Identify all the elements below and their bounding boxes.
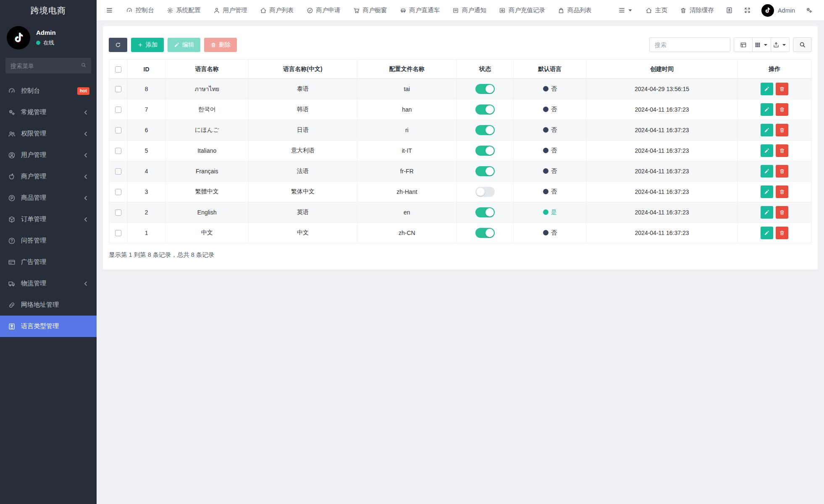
row-checkbox[interactable] <box>115 107 121 113</box>
table-body: 8ภาษาไทย泰语tai否2024-04-29 13:56:157한국어韩语h… <box>109 79 812 243</box>
status-toggle[interactable] <box>475 84 495 94</box>
translate-button[interactable] <box>720 0 738 21</box>
user-menu[interactable]: Admin <box>756 0 800 21</box>
status-toggle[interactable] <box>475 146 495 156</box>
status-toggle[interactable] <box>475 207 495 217</box>
menu-search-input[interactable] <box>5 58 91 73</box>
delete-button[interactable] <box>776 83 788 95</box>
sidebar-item[interactable]: 权限管理 <box>0 123 97 144</box>
columns-button[interactable] <box>752 37 771 52</box>
row-checkbox[interactable] <box>115 168 121 175</box>
chevron-left-icon <box>82 130 89 138</box>
sidebar-item[interactable]: 控制台hot <box>0 80 97 102</box>
search-button[interactable] <box>793 37 812 52</box>
select-all-checkbox[interactable] <box>115 66 121 73</box>
sidebar-item[interactable]: 网络地址管理 <box>0 294 97 316</box>
brand-title[interactable]: 跨境电商 <box>0 0 97 21</box>
edit-button[interactable] <box>761 227 773 239</box>
sidebar-toggle-button[interactable] <box>97 0 120 21</box>
sidebar-item[interactable]: 语言类型管理 <box>0 316 97 337</box>
topnav-item[interactable]: 用户管理 <box>207 0 254 21</box>
sidebar-item[interactable]: 商品管理 <box>0 187 97 209</box>
cell-config-name: ri <box>357 120 457 141</box>
status-toggle[interactable] <box>475 228 495 238</box>
delete-button-disabled[interactable]: 删除 <box>204 38 237 52</box>
default-dot-icon <box>543 209 548 215</box>
sidebar-item[interactable]: 商户管理 <box>0 166 97 187</box>
sidebar-item[interactable]: 常规管理 <box>0 102 97 123</box>
table-row: 2English英语en是2024-04-11 16:37:23 <box>109 202 812 223</box>
p-circle-icon <box>8 194 16 202</box>
topnav-item[interactable]: 商户申请 <box>300 0 347 21</box>
row-checkbox[interactable] <box>115 209 121 216</box>
home-link[interactable]: 主页 <box>639 0 674 21</box>
gauge-icon <box>8 87 16 95</box>
delete-button[interactable] <box>776 165 788 178</box>
cell-default-language: 否 <box>514 79 586 99</box>
detail-view-button[interactable] <box>734 37 753 52</box>
delete-button[interactable] <box>776 144 788 157</box>
topnav-item[interactable]: 商户列表 <box>254 0 300 21</box>
cell-language-name: 한국어 <box>165 99 249 120</box>
sidebar-item[interactable]: 广告管理 <box>0 251 97 273</box>
edit-button[interactable] <box>761 144 773 157</box>
sidebar-item[interactable]: 订单管理 <box>0 209 97 230</box>
order-icon <box>8 216 16 223</box>
cell-default-language: 否 <box>514 120 586 141</box>
edit-button[interactable] <box>761 206 773 219</box>
delete-button[interactable] <box>776 227 788 239</box>
avatar[interactable] <box>7 26 30 50</box>
status-toggle[interactable] <box>475 125 495 135</box>
table-search-input[interactable] <box>649 37 730 52</box>
topnav-item[interactable]: 商户通知 <box>446 0 493 21</box>
edit-button[interactable] <box>761 165 773 178</box>
cell-language-name-cn: 日语 <box>249 120 357 141</box>
topnav-item[interactable]: 商户橱窗 <box>347 0 394 21</box>
languages-table: ID语言名称语言名称(中文)配置文件名称状态默认语言创建时间操作 8ภาษาไท… <box>109 59 812 243</box>
edit-button[interactable] <box>761 103 773 116</box>
row-checkbox[interactable] <box>115 148 121 154</box>
delete-button[interactable] <box>776 124 788 136</box>
home-icon <box>260 7 267 14</box>
topnav-item[interactable]: 商户直通车 <box>394 0 446 21</box>
topnav-item[interactable]: 系统配置 <box>160 0 207 21</box>
edit-button[interactable] <box>761 185 773 198</box>
row-checkbox[interactable] <box>115 230 121 236</box>
add-button[interactable]: 添加 <box>131 38 164 52</box>
delete-button[interactable] <box>776 206 788 219</box>
topnav-item[interactable]: 控制台 <box>120 0 160 21</box>
cell-config-name: zh-CN <box>357 223 457 243</box>
topnav-item[interactable]: 商户充值记录 <box>493 0 551 21</box>
nav-collapse-button[interactable] <box>613 0 639 21</box>
truck-icon <box>8 280 16 287</box>
pencil-icon <box>764 209 770 215</box>
cell-language-name-cn: 意大利语 <box>249 141 357 161</box>
status-toggle[interactable] <box>475 166 495 176</box>
row-checkbox[interactable] <box>115 189 121 195</box>
edit-button[interactable] <box>761 124 773 136</box>
user-status: 在线 <box>36 39 56 47</box>
delete-button[interactable] <box>776 103 788 116</box>
row-checkbox[interactable] <box>115 127 121 133</box>
delete-button[interactable] <box>776 185 788 198</box>
sidebar-item[interactable]: 物流管理 <box>0 273 97 294</box>
home-icon <box>646 7 652 14</box>
settings-button[interactable] <box>800 0 818 21</box>
cell-language-name: English <box>165 202 249 223</box>
clear-cache-button[interactable]: 清除缓存 <box>674 0 720 21</box>
cell-created-time: 2024-04-29 13:56:15 <box>586 79 737 99</box>
sidebar-item[interactable]: 问答管理 <box>0 230 97 251</box>
edit-button-disabled[interactable]: 编辑 <box>168 38 200 52</box>
fullscreen-button[interactable] <box>738 0 756 21</box>
gears-icon <box>8 109 16 116</box>
table-head-row: ID语言名称语言名称(中文)配置文件名称状态默认语言创建时间操作 <box>109 60 812 79</box>
refresh-button[interactable] <box>109 38 127 52</box>
topnav-item[interactable]: 商品列表 <box>551 0 598 21</box>
export-button[interactable] <box>771 37 790 52</box>
check-circle-icon <box>307 7 313 14</box>
status-toggle[interactable] <box>475 104 495 115</box>
edit-button[interactable] <box>761 83 773 95</box>
sidebar-item[interactable]: 用户管理 <box>0 144 97 166</box>
status-toggle[interactable] <box>475 187 495 197</box>
row-checkbox[interactable] <box>115 86 121 92</box>
